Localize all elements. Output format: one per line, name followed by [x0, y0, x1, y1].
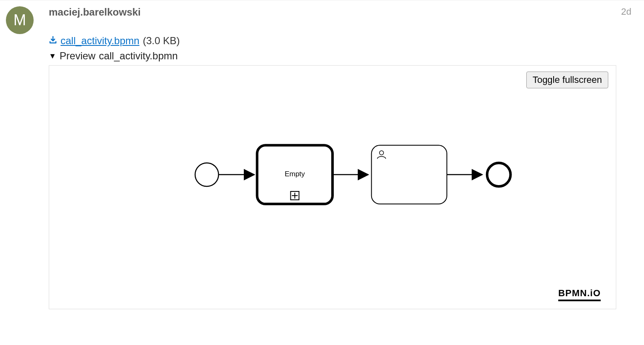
bpmn-start-event[interactable]: [195, 163, 219, 186]
preview-label-prefix: Preview: [60, 50, 95, 62]
bpmn-io-logo[interactable]: BPMN.iO: [558, 288, 601, 301]
preview-filename: call_activity.bpmn: [99, 50, 178, 62]
bpmn-call-activity-label: Empty: [285, 170, 305, 178]
attachment-size: (3.0 KB): [143, 35, 180, 47]
post-row: M maciej.barelkowski 2d call_activity.bp…: [0, 0, 644, 309]
download-icon[interactable]: [49, 36, 57, 44]
bpmn-end-event[interactable]: [487, 163, 511, 186]
username[interactable]: maciej.barelkowski: [49, 6, 141, 18]
attachment-link[interactable]: call_activity.bpmn: [61, 35, 140, 47]
bpmn-user-task[interactable]: [372, 145, 447, 204]
preview-toggle-row[interactable]: ▼ Preview call_activity.bpmn: [49, 50, 631, 62]
attachment-row: call_activity.bpmn (3.0 KB): [49, 35, 631, 47]
chevron-down-icon: ▼: [49, 52, 56, 61]
post-header: maciej.barelkowski 2d: [49, 6, 631, 18]
avatar: M: [6, 6, 34, 34]
bpmn-diagram: Empty: [49, 66, 616, 309]
bpmn-preview-canvas[interactable]: Toggle fullscreen Empty: [49, 65, 616, 309]
post-content: maciej.barelkowski 2d call_activity.bpmn…: [34, 6, 631, 309]
post-age: 2d: [621, 6, 631, 17]
avatar-letter: M: [13, 11, 26, 29]
